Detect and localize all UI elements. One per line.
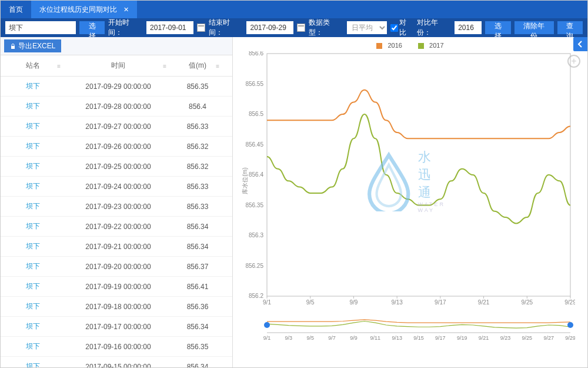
cell-value: 856.37 [171,263,224,271]
table-row[interactable]: 坝下2017-09-21 00:00:00856.34 [1,237,232,257]
filter-icon[interactable]: ≡ [57,62,61,69]
chart-range-slider[interactable]: 9/19/39/59/79/99/119/139/159/179/199/219… [240,314,575,341]
content: 导出EXCEL 站名≡ 时间≡ 值(m)≡ 坝下2017-09-29 00:00… [1,37,587,367]
cell-name[interactable]: 坝下 [1,121,65,131]
cell-name[interactable]: 坝下 [1,161,65,171]
cell-time: 2017-09-24 00:00:00 [65,183,171,191]
legend-swatch [418,43,424,49]
close-icon[interactable]: ✕ [123,6,129,13]
filter-icon[interactable]: ≡ [163,62,166,69]
cell-time: 2017-09-16 00:00:00 [65,343,171,351]
svg-text:856.3: 856.3 [249,232,263,238]
select-year-button[interactable]: 选择 [485,21,510,34]
svg-text:9/29: 9/29 [564,299,575,306]
end-date-input[interactable] [246,21,293,34]
tab-label: 水位过程线历史同期对比 [39,5,117,14]
table-row[interactable]: 坝下2017-09-25 00:00:00856.32 [1,157,232,177]
table-row[interactable]: 坝下2017-09-17 00:00:00856.34 [1,317,232,337]
select-station-button[interactable]: 选择 [79,21,105,34]
chevron-left-icon [576,40,584,48]
compare-checkbox[interactable] [390,24,398,32]
table-row[interactable]: 坝下2017-09-26 00:00:00856.32 [1,137,232,157]
svg-text:9/25: 9/25 [522,335,533,341]
th-name[interactable]: 站名≡ [1,61,65,71]
calendar-icon[interactable] [297,24,305,32]
svg-text:9/1: 9/1 [263,299,271,306]
svg-text:856.4: 856.4 [249,171,263,178]
svg-text:856.2: 856.2 [249,293,263,299]
cell-name[interactable]: 坝下 [1,221,65,231]
cell-value: 856.33 [171,203,224,211]
cell-value: 856.32 [171,142,224,151]
cell-name[interactable]: 坝下 [1,201,65,211]
export-excel-button[interactable]: 导出EXCEL [4,39,61,52]
cell-name[interactable]: 坝下 [1,362,65,367]
svg-point-44 [264,322,270,328]
cell-name[interactable]: 坝下 [1,101,65,111]
main-chart[interactable]: 水 迅 通 WATER WAY 856.2856.25856.3856.3585… [240,51,575,310]
svg-text:9/19: 9/19 [457,335,467,341]
cell-value: 856.35 [171,343,224,351]
data-type-select[interactable]: 日平均 [347,21,387,34]
filter-icon[interactable]: ≡ [216,62,219,69]
tab-home[interactable]: 首页 [1,1,31,18]
table-row[interactable]: 坝下2017-09-28 00:00:00856.4 [1,97,232,117]
cell-name[interactable]: 坝下 [1,261,65,271]
cell-name[interactable]: 坝下 [1,321,65,331]
svg-point-45 [567,322,573,328]
end-label: 结束时间： [209,18,243,38]
table-row[interactable]: 坝下2017-09-27 00:00:00856.33 [1,117,232,137]
cell-name[interactable]: 坝下 [1,342,65,352]
svg-text:9/21: 9/21 [479,335,489,341]
cell-value: 856.41 [171,283,224,291]
th-value[interactable]: 值(m)≡ [171,61,224,71]
table-row[interactable]: 坝下2017-09-23 00:00:00856.33 [1,197,232,217]
cell-name[interactable]: 坝下 [1,241,65,251]
cell-time: 2017-09-19 00:00:00 [65,283,171,291]
svg-text:9/13: 9/13 [392,335,402,341]
svg-text:9/1: 9/1 [263,335,271,341]
cell-value: 856.34 [171,223,224,231]
calendar-icon[interactable] [197,24,205,32]
svg-text:9/25: 9/25 [522,299,533,306]
cell-time: 2017-09-26 00:00:00 [65,142,171,151]
start-date-input[interactable] [146,21,193,34]
table-row[interactable]: 坝下2017-09-29 00:00:00856.35 [1,77,232,97]
cell-value: 856.36 [171,303,224,311]
cell-name[interactable]: 坝下 [1,141,65,151]
export-bar: 导出EXCEL [1,37,232,55]
table-row[interactable]: 坝下2017-09-22 00:00:00856.34 [1,217,232,237]
table-row[interactable]: 坝下2017-09-19 00:00:00856.41 [1,277,232,297]
cell-name[interactable]: 坝下 [1,81,65,91]
table-row[interactable]: 坝下2017-09-24 00:00:00856.33 [1,177,232,197]
collapse-right-button[interactable] [573,37,587,51]
compare-checkbox-label[interactable]: 对比 [390,18,413,38]
station-input[interactable] [5,21,76,34]
cell-name[interactable]: 坝下 [1,181,65,191]
table-row[interactable]: 坝下2017-09-15 00:00:00856.34 [1,357,232,367]
tab-compare[interactable]: 水位过程线历史同期对比 ✕ [31,1,137,18]
cell-name[interactable]: 坝下 [1,281,65,291]
legend-item-2016[interactable]: 2016 [373,42,405,49]
cell-name[interactable]: 坝下 [1,301,65,311]
right-panel: 2016 2017 + 水 迅 通 WATER WAY 856.2856.258… [233,37,587,367]
svg-text:9/5: 9/5 [306,335,314,341]
cell-time: 2017-09-17 00:00:00 [65,323,171,331]
table-row[interactable]: 坝下2017-09-18 00:00:00856.36 [1,297,232,317]
table-row[interactable]: 坝下2017-09-16 00:00:00856.35 [1,337,232,357]
query-button[interactable]: 查询 [557,21,583,34]
svg-text:9/23: 9/23 [500,335,511,341]
table-row[interactable]: 坝下2017-09-20 00:00:00856.37 [1,257,232,277]
svg-text:9/29: 9/29 [565,335,575,341]
cell-time: 2017-09-29 00:00:00 [65,82,171,91]
cell-value: 856.35 [171,82,224,91]
legend-item-2017[interactable]: 2017 [415,42,447,49]
svg-text:856.6: 856.6 [249,51,263,57]
th-time[interactable]: 时间≡ [65,61,171,71]
svg-rect-26 [267,54,570,296]
svg-text:9/17: 9/17 [435,335,446,341]
table-body[interactable]: 坝下2017-09-29 00:00:00856.35坝下2017-09-28 … [1,77,232,367]
svg-text:9/9: 9/9 [349,299,358,306]
compare-year-input[interactable] [455,21,482,34]
clear-year-button[interactable]: 清除年份 [514,21,554,34]
